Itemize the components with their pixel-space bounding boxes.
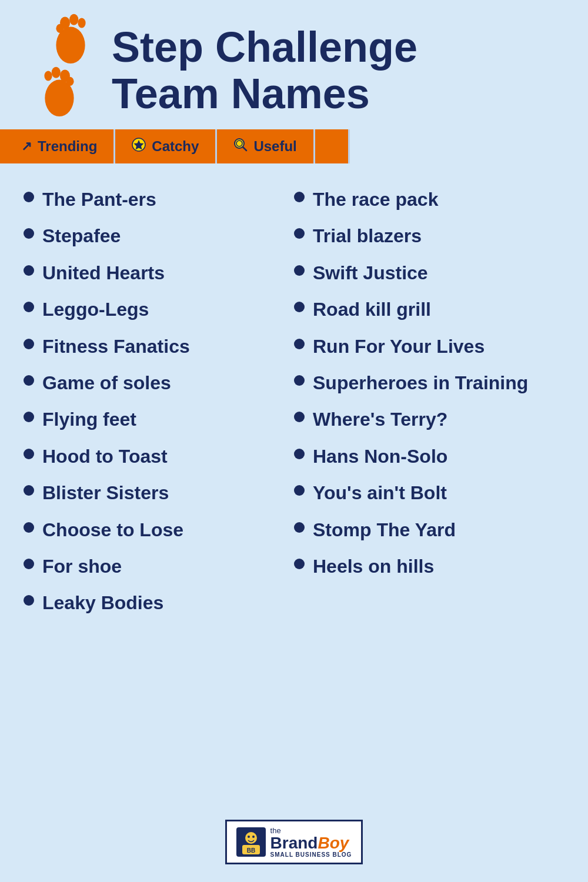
bullet-icon: [294, 228, 305, 239]
logo-mascot-icon: BB: [236, 827, 266, 857]
brandboy-logo: BB the BrandBoy SMALL BUSINESS BLOG: [225, 820, 363, 864]
tab-trending-label: Trending: [38, 138, 97, 155]
svg-point-4: [56, 24, 64, 33]
bullet-icon: [294, 559, 305, 569]
bullet-icon: [294, 449, 305, 459]
svg-point-2: [69, 14, 78, 25]
svg-point-17: [248, 836, 250, 838]
list-item: Superheroes in Training: [294, 365, 564, 401]
right-column: The race pack Trial blazers Swift Justic…: [294, 181, 564, 790]
bullet-icon: [294, 265, 305, 276]
bullet-icon: [24, 192, 34, 202]
item-text: Hans Non-Solo: [313, 445, 447, 467]
item-text: Where's Terry?: [313, 408, 447, 430]
logo-area: BB the BrandBoy SMALL BUSINESS BLOG: [0, 808, 588, 882]
bullet-icon: [24, 302, 34, 312]
bullet-icon: [294, 375, 305, 386]
tab-catchy-label: Catchy: [152, 138, 199, 155]
item-text: Heels on hills: [313, 555, 434, 577]
item-text: The Pant-ers: [42, 188, 156, 211]
list-item: Hood to Toast: [24, 438, 294, 475]
bullet-icon: [294, 339, 305, 349]
useful-icon: [233, 138, 248, 155]
item-text: Road kill grill: [313, 298, 431, 320]
bullet-icon: [24, 228, 34, 239]
svg-text:BB: BB: [246, 847, 255, 854]
tab-useful-label: Useful: [253, 138, 296, 155]
list-item: Leggo-Legs: [24, 291, 294, 328]
item-text: Leggo-Legs: [42, 298, 149, 320]
svg-point-18: [252, 836, 255, 838]
footprints-icon: [24, 18, 100, 123]
item-text: The race pack: [313, 188, 438, 211]
tabs-row: ↗ Trending Catchy Useful: [0, 129, 588, 163]
list-item: Stepafee: [24, 218, 294, 254]
logo-text-block: the BrandBoy SMALL BUSINESS BLOG: [270, 826, 352, 858]
list-item: Choose to Lose: [24, 512, 294, 548]
list-item: The race pack: [294, 181, 564, 218]
list-item: Fitness Fanatics: [24, 328, 294, 365]
list-item: Run For Your Lives: [294, 328, 564, 365]
title-block: Step Challenge Team Names: [112, 24, 417, 117]
item-text: Trial blazers: [313, 225, 422, 247]
bullet-icon: [24, 559, 34, 569]
logo-brand-label: BrandBoy: [270, 835, 349, 851]
svg-point-8: [44, 71, 52, 81]
list-item: Heels on hills: [294, 548, 564, 584]
trending-icon: ↗: [21, 139, 32, 154]
list-item: Trial blazers: [294, 218, 564, 254]
list-item: Swift Justice: [294, 255, 564, 291]
tab-useful[interactable]: Useful: [217, 129, 315, 163]
page-title: Step Challenge Team Names: [112, 24, 417, 117]
tab-catchy[interactable]: Catchy: [115, 129, 217, 163]
item-text: You's ain't Bolt: [313, 482, 447, 504]
item-text: United Hearts: [42, 262, 165, 284]
item-text: Flying feet: [42, 408, 136, 430]
bullet-icon: [294, 485, 305, 496]
catchy-icon: [132, 138, 146, 155]
bullet-icon: [24, 595, 34, 606]
svg-line-14: [243, 147, 246, 151]
tab-extra: [315, 129, 350, 163]
svg-point-3: [78, 18, 85, 28]
bullet-icon: [24, 522, 34, 533]
bullet-icon: [24, 412, 34, 422]
list-item: For shoe: [24, 548, 294, 584]
bullet-icon: [294, 522, 305, 533]
list-item: Where's Terry?: [294, 401, 564, 437]
bullet-icon: [24, 265, 34, 276]
header: Step Challenge Team Names: [0, 0, 588, 129]
bullet-icon: [294, 302, 305, 312]
list-item: Leaky Bodies: [24, 584, 294, 621]
bullet-icon: [294, 192, 305, 202]
list-item: Hans Non-Solo: [294, 438, 564, 475]
list-item: The Pant-ers: [24, 181, 294, 218]
bullet-icon: [24, 339, 34, 349]
svg-point-9: [66, 77, 74, 86]
left-footprint-icon: [40, 65, 78, 118]
list-item: United Hearts: [24, 255, 294, 291]
item-text: Superheroes in Training: [313, 372, 528, 394]
bullet-icon: [24, 449, 34, 459]
item-text: Run For Your Lives: [313, 335, 485, 358]
right-footprint-icon: [52, 12, 90, 65]
item-text: Leaky Bodies: [42, 592, 163, 614]
item-text: Hood to Toast: [42, 445, 168, 467]
tab-trending[interactable]: ↗ Trending: [5, 129, 115, 163]
item-text: Fitness Fanatics: [42, 335, 190, 358]
list-item: Stomp The Yard: [294, 512, 564, 548]
bullet-icon: [24, 375, 34, 386]
bullet-icon: [24, 485, 34, 496]
list-item: Road kill grill: [294, 291, 564, 328]
list-item: You's ain't Bolt: [294, 475, 564, 511]
left-column: The Pant-ers Stepafee United Hearts Legg…: [24, 181, 294, 790]
item-text: Stomp The Yard: [313, 519, 456, 541]
list-item: Game of soles: [24, 365, 294, 401]
svg-point-7: [51, 67, 60, 78]
item-text: Stepafee: [42, 225, 121, 247]
item-text: Blister Sisters: [42, 482, 169, 504]
page-wrapper: Step Challenge Team Names ↗ Trending Cat…: [0, 0, 588, 882]
bullet-icon: [294, 412, 305, 422]
content-area: The Pant-ers Stepafee United Hearts Legg…: [0, 169, 588, 808]
item-text: Swift Justice: [313, 262, 428, 284]
